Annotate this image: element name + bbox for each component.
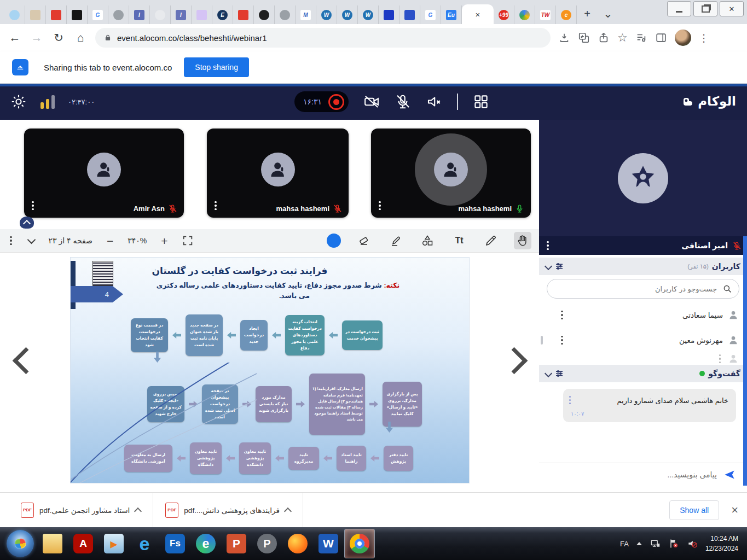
action-center-flag-icon[interactable] — [668, 538, 679, 549]
tab-close-icon[interactable]: × — [476, 10, 480, 19]
pinned-tab[interactable]: M — [296, 5, 316, 24]
pinned-tab[interactable] — [233, 5, 254, 24]
pinned-tab[interactable] — [67, 5, 88, 24]
tab-search-chevron-icon[interactable]: ⌄ — [600, 5, 616, 22]
pinned-tab[interactable]: W — [316, 5, 337, 24]
pinned-tab[interactable]: W — [358, 5, 379, 24]
download-icon[interactable] — [558, 32, 570, 44]
users-search-input[interactable] — [554, 284, 718, 294]
pinned-tab[interactable] — [46, 5, 67, 24]
user-menu-icon[interactable] — [717, 353, 723, 365]
hand-tool[interactable] — [514, 232, 531, 249]
reload-icon[interactable]: ↻ — [51, 31, 66, 44]
pinned-tab[interactable]: G — [420, 5, 441, 24]
psiphon-icon[interactable]: P — [252, 529, 282, 558]
stop-sharing-button[interactable]: Stop sharing — [184, 57, 249, 77]
eraser-tool[interactable] — [355, 232, 373, 249]
settings-gear-icon[interactable] — [10, 93, 27, 110]
new-tab-button[interactable]: + — [579, 5, 595, 22]
side-panel-icon[interactable] — [655, 32, 667, 44]
start-button[interactable] — [7, 530, 34, 557]
chat-section-header[interactable]: گفت‌وگو — [539, 365, 747, 382]
powerpoint-icon[interactable]: P — [222, 529, 251, 558]
shapes-tool[interactable] — [419, 232, 436, 249]
zoom-out-button[interactable]: − — [107, 235, 113, 247]
pinned-tab[interactable] — [108, 5, 129, 24]
send-icon[interactable] — [723, 469, 736, 481]
restore-button[interactable] — [693, 1, 717, 16]
show-all-downloads-button[interactable]: Show all — [669, 500, 719, 520]
minimize-button[interactable] — [667, 1, 691, 16]
presenter-menu-icon[interactable] — [545, 239, 551, 253]
message-menu-icon[interactable] — [567, 394, 573, 406]
pdf-menu-icon[interactable] — [8, 234, 14, 248]
presenter-video-area[interactable] — [539, 120, 747, 236]
translate-icon[interactable] — [578, 32, 590, 44]
internet-explorer-icon[interactable]: e — [130, 529, 159, 558]
pinned-tab[interactable] — [25, 5, 46, 24]
chat-message[interactable]: خانم هاشمی سلام صدای شمارو داریم ۱۰:۰۷ — [563, 389, 736, 422]
pinned-tab[interactable]: +99 — [494, 5, 514, 24]
users-search-field[interactable] — [547, 279, 739, 299]
pinned-tab[interactable]: I — [129, 5, 150, 24]
close-button[interactable]: ✕ — [720, 1, 744, 16]
pinned-tab[interactable]: e — [556, 5, 577, 24]
pinned-tab[interactable]: G — [88, 5, 108, 24]
media-player-icon[interactable]: ▸ — [99, 529, 129, 558]
video-tile[interactable]: mahsa hashemi — [207, 129, 349, 218]
chat-message-input[interactable] — [547, 470, 718, 480]
pinned-tab[interactable] — [275, 5, 296, 24]
user-menu-icon[interactable] — [559, 334, 565, 347]
mic-off-icon[interactable] — [395, 94, 411, 110]
reading-list-icon[interactable] — [635, 32, 647, 44]
pinned-tab[interactable] — [399, 5, 420, 24]
chat-filter-icon[interactable] — [554, 369, 564, 378]
pinned-tab[interactable]: E — [212, 5, 233, 24]
acrobat-icon[interactable]: A — [68, 529, 98, 558]
chat-collapse-chevron-icon[interactable] — [545, 370, 552, 377]
pinned-tab[interactable] — [514, 5, 535, 24]
firefox-icon[interactable] — [283, 529, 312, 558]
users-scrollbar[interactable] — [541, 336, 543, 345]
pinned-tab[interactable] — [150, 5, 171, 24]
browser-menu-icon[interactable]: ⋮ — [699, 32, 709, 44]
pinned-tab[interactable] — [254, 5, 275, 24]
users-section-header[interactable]: کاربران (۱۵ نفر) — [539, 258, 747, 275]
tray-expand-icon[interactable] — [636, 542, 642, 545]
user-menu-icon[interactable] — [559, 308, 565, 322]
camera-off-icon[interactable] — [363, 94, 380, 110]
download-options-chevron-icon[interactable] — [134, 507, 142, 515]
pinned-tab[interactable]: I — [171, 5, 192, 24]
annotation-color-button[interactable] — [327, 234, 341, 248]
video-tile[interactable]: mahsa hashemi — [371, 129, 531, 218]
highlighter-tool[interactable] — [387, 232, 404, 249]
user-row[interactable]: سیما سعادتی — [539, 302, 747, 328]
bookmark-star-icon[interactable]: ☆ — [617, 31, 628, 44]
volume-blocked-icon[interactable] — [687, 538, 698, 549]
profile-avatar[interactable] — [675, 30, 691, 46]
connection-quality-icon[interactable] — [40, 95, 55, 109]
close-downloads-icon[interactable]: × — [731, 503, 738, 517]
pinned-tab[interactable]: Eu — [441, 5, 462, 24]
next-page-chevron[interactable] — [501, 347, 528, 374]
video-tile[interactable]: Amir Asn — [24, 129, 184, 218]
pinned-tab[interactable] — [379, 5, 399, 24]
pen-tool[interactable] — [482, 232, 500, 249]
forward-icon[interactable]: → — [30, 31, 44, 44]
pinned-tab[interactable]: TW — [535, 5, 556, 24]
layout-grid-icon[interactable] — [473, 94, 489, 110]
chrome-icon[interactable] — [344, 529, 375, 558]
edge-icon[interactable]: e — [191, 529, 221, 558]
share-icon[interactable] — [598, 32, 610, 44]
sidebar-scrollbar[interactable] — [743, 236, 747, 486]
pinned-tab[interactable] — [192, 5, 212, 24]
language-indicator[interactable]: FA — [620, 540, 629, 548]
users-filter-icon[interactable] — [554, 261, 564, 271]
tile-menu-icon[interactable] — [212, 199, 219, 213]
pinned-tab[interactable] — [4, 5, 25, 24]
collapse-tiles-button[interactable] — [20, 217, 34, 229]
download-item[interactable]: PDF استاد مشاور انجمن علمی.pdf — [9, 493, 153, 527]
tile-menu-icon[interactable] — [377, 199, 383, 213]
users-collapse-chevron-icon[interactable] — [545, 262, 552, 270]
previous-page-chevron[interactable] — [13, 347, 39, 374]
